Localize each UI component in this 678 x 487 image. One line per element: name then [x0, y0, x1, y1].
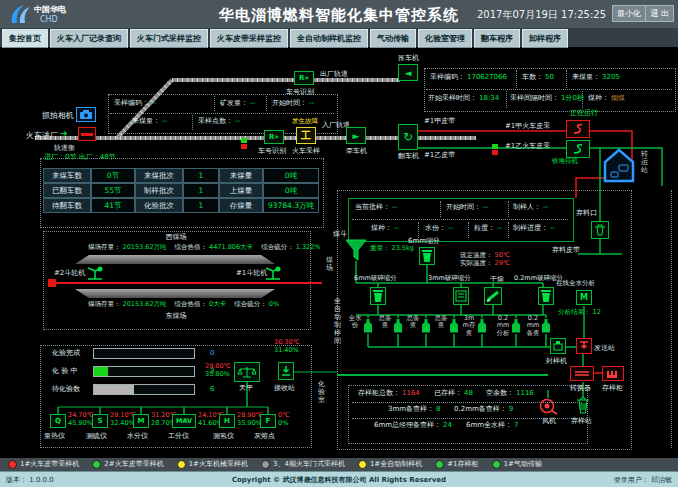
tab-unload-program[interactable]: 卸样程序	[522, 29, 568, 48]
sample-bottle-icon[interactable]	[511, 318, 521, 334]
dumper-icon[interactable]: ↻	[398, 124, 418, 150]
dryer-icon[interactable]	[484, 287, 502, 305]
bottle-label: 总备查	[406, 315, 420, 330]
sulfur-analyzer-icon[interactable]: S	[92, 414, 108, 428]
ash-fusion-icon[interactable]: F	[260, 414, 276, 428]
belt-a-label: #1甲皮带	[424, 117, 455, 125]
bucket-wheel-2-icon[interactable]	[86, 263, 104, 281]
sample-bottle-icon[interactable]	[393, 318, 403, 334]
sample-cabinet-icon[interactable]	[602, 366, 624, 381]
bucket-wheel-1-icon[interactable]	[264, 263, 282, 281]
belt-sampler-a-icon[interactable]	[566, 120, 590, 138]
fan-icon[interactable]	[538, 398, 558, 415]
stat-value: 0吨	[263, 168, 319, 183]
balance-humidity: 35.80%	[205, 371, 230, 379]
legend-label: 2#火车皮带采样机	[104, 459, 163, 469]
gate-sample-points: 采样点数：--	[198, 117, 240, 125]
yard-belt-end-marker	[48, 279, 56, 287]
sample-bottle-icon[interactable]	[449, 318, 459, 334]
calorimeter-icon[interactable]: Q	[50, 414, 66, 428]
train-sampler-gantry-icon[interactable]: 工	[296, 127, 316, 144]
crush3-label: 3mm破碎缩分	[428, 275, 471, 283]
bottle-label: 0.2mm分析	[496, 315, 510, 337]
tab-pneumatic[interactable]: 气动传输	[370, 29, 416, 48]
sample-bottle-icon[interactable]	[363, 318, 373, 334]
status-dot	[358, 460, 367, 469]
transfer-station-icon[interactable]	[603, 148, 635, 183]
tab-lab-management[interactable]: 化验室管理	[418, 29, 472, 48]
sample-bottle-icon[interactable]	[477, 318, 487, 334]
stat-value: 1	[183, 198, 219, 213]
tab-home[interactable]: 集控首页	[2, 29, 48, 48]
track-scale-icon[interactable]	[78, 127, 96, 141]
legend-label: 1#火车皮带采样机	[20, 459, 79, 469]
receive-humidity: 31.40%	[274, 347, 299, 355]
car-id-reader-exit-icon[interactable]: R»	[294, 71, 314, 85]
bottle-label: 总备查	[378, 315, 392, 330]
stat-label: 化验批次	[135, 198, 183, 213]
prep-start-time: 开始时间：--	[446, 203, 488, 211]
exit-button[interactable]: 退 出	[645, 5, 674, 22]
sample-bottle-icon[interactable]	[421, 318, 431, 334]
inst-hum: 0%	[278, 420, 288, 428]
car-id-reader-entry-icon[interactable]: R»	[264, 130, 284, 144]
west-yard-stats: 煤场存量：20153.62万吨 综合热值：4471.806大卡 综合硫分：1.3…	[88, 244, 320, 252]
coal-hopper-icon[interactable]	[345, 239, 367, 262]
crush6-bin-icon[interactable]	[370, 287, 386, 305]
stat-label: 制样批次	[135, 183, 183, 198]
tab-auto-prep[interactable]: 全自动制样机监控	[290, 29, 368, 48]
dryer-label: 干燥	[490, 275, 504, 283]
tab-gantry-sampling[interactable]: 火车门式采样监控	[130, 29, 208, 48]
crush6-label: 6mm破碎缩分	[354, 275, 397, 283]
cabinet-label: 存样柜	[602, 384, 623, 392]
hydrogen-analyzer-icon[interactable]: H	[219, 414, 235, 428]
pusher-icon[interactable]: ◄	[398, 64, 418, 81]
tab-dumper-program[interactable]: 翻车程序	[474, 29, 520, 48]
sample-bottle-icon[interactable]	[541, 318, 551, 334]
puller-icon[interactable]: ►	[346, 127, 366, 144]
hopper-label: 煤斗	[333, 230, 347, 238]
sampler-a-label: #1甲火车皮采	[505, 122, 550, 130]
east-yard-stats: 煤场存量：20153.62万吨 综合热值：0大卡 综合硫分：0%	[88, 301, 279, 309]
legend-item: #1存样柜	[435, 459, 478, 469]
login-user: 登录用户： 邱治敏	[614, 475, 672, 485]
stat-label: 存煤量	[219, 198, 263, 213]
belt-sampler-b-icon[interactable]	[566, 140, 590, 158]
online-moisture-icon[interactable]: M	[576, 290, 592, 305]
sep6-bin-icon[interactable]	[419, 247, 435, 265]
hydrogen-analyzer-label: 测氢仪	[213, 432, 234, 440]
gate-mine-amount: 矿发量：--	[220, 99, 255, 107]
minimize-button[interactable]: 最小化	[612, 5, 646, 22]
bar-value-done: 0	[210, 349, 214, 357]
progress-done	[93, 348, 195, 359]
tab-belt-sampling[interactable]: 火车皮带采样监控	[210, 29, 288, 48]
discard-port-icon[interactable]	[591, 221, 609, 239]
stat-label: 上煤量	[219, 183, 263, 198]
send-station-icon[interactable]	[576, 338, 592, 354]
fan-label: 风机	[542, 417, 556, 425]
crush3-gate-icon[interactable]	[453, 287, 469, 305]
converter-icon[interactable]	[570, 366, 594, 381]
snap-camera-icon[interactable]	[76, 107, 96, 122]
sample-sealer-icon[interactable]	[550, 338, 566, 354]
tab-train-entry-records[interactable]: 火车入厂记录查询	[50, 29, 128, 48]
balance-icon[interactable]	[234, 362, 260, 382]
car-id-exit-label: 车号识别	[286, 88, 314, 96]
train-entry-label: 火车进厂	[26, 131, 58, 141]
legend-item: 1#气动传输	[492, 459, 542, 469]
manager-backup-6mm: 6mm总经理备查样：24	[374, 421, 452, 429]
inst-hum: 35.90%	[237, 420, 262, 428]
signal-light-green	[241, 138, 247, 143]
free-count: 空余数：1116	[486, 389, 534, 397]
send-station-label: 发送站	[594, 344, 615, 352]
moisture-analyzer-icon[interactable]: M	[133, 414, 149, 428]
crush02-bin-icon[interactable]	[538, 287, 554, 305]
legend-label: 1#气动传输	[504, 459, 542, 469]
sealer-label: 封样机	[546, 357, 567, 365]
receive-station-icon[interactable]	[278, 362, 294, 380]
belt-start-time: 开始采样时间：18:34	[428, 94, 499, 102]
stat-value: 0吨	[263, 183, 319, 198]
proximate-analyzer-icon[interactable]: MAV	[172, 414, 196, 428]
legend-label: 1#火车机械采样机	[189, 459, 248, 469]
discard-station-icon[interactable]	[575, 396, 591, 415]
